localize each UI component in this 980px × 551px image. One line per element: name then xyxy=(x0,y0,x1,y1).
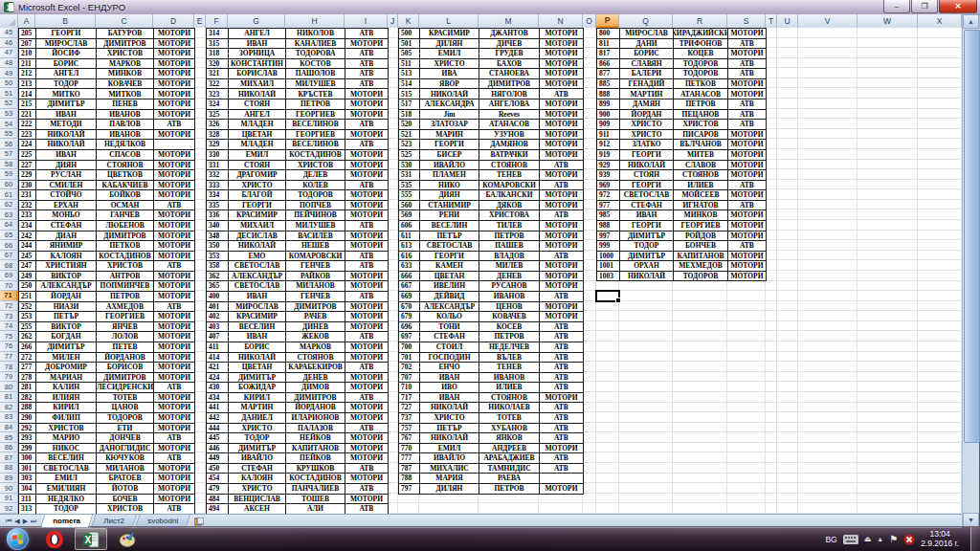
cell-A62[interactable]: 232 xyxy=(19,201,36,211)
col-header-J[interactable]: J xyxy=(388,14,398,28)
cell-A56[interactable]: 224 xyxy=(19,140,36,150)
cell-F74[interactable]: 403 xyxy=(207,322,229,333)
cell-F66[interactable]: 350 xyxy=(207,241,229,252)
cell-L77[interactable]: ГОСПОДИН xyxy=(420,353,479,364)
cell-P66[interactable]: 999 xyxy=(597,241,620,252)
cell-F60[interactable]: 333 xyxy=(207,181,229,191)
row-header-89[interactable]: 89 xyxy=(0,474,18,484)
cell-L57[interactable]: БИСЕР xyxy=(420,150,479,161)
cell-P59[interactable]: 939 xyxy=(597,170,620,181)
cell-P51[interactable]: 888 xyxy=(597,89,620,99)
cell-G64[interactable]: МИХАИЛ xyxy=(229,221,286,231)
cell-G84[interactable]: ХРИСТО xyxy=(229,424,286,434)
cell-G60[interactable]: ХРИСТО xyxy=(229,181,286,191)
cell-M80[interactable]: ИЛИЕВ xyxy=(479,383,540,393)
cell-C80[interactable]: ЛЕСИДРЕНСКИ xyxy=(97,383,154,393)
cell-H74[interactable]: ДИНЕВ xyxy=(286,322,345,333)
cell-C60[interactable]: КАБАКЧИЕВ xyxy=(97,181,154,191)
row-header-73[interactable]: 73 xyxy=(0,311,18,321)
cell-I87[interactable]: МОТОРИ xyxy=(345,453,389,464)
cell-B65[interactable]: ДИАН xyxy=(36,231,97,242)
cell-Q63[interactable]: ИВАН xyxy=(620,210,674,221)
cell-B48[interactable]: БОРИС xyxy=(36,59,97,70)
cell-H61[interactable]: ТОДОРОВ xyxy=(286,190,345,201)
cell-P45[interactable]: 800 xyxy=(597,29,620,39)
cell-H60[interactable]: КОЛЕВ xyxy=(286,181,345,191)
cell-L45[interactable]: КРАСИМИР xyxy=(420,29,479,39)
cell-S47[interactable]: МОТОРИ xyxy=(728,49,767,59)
cell-S62[interactable]: АТВ xyxy=(728,201,767,211)
cell-C59[interactable]: ЦВЕТКОВ xyxy=(97,170,154,181)
cell-Q48[interactable]: СЛАВЯН xyxy=(620,59,674,70)
cell-R45[interactable]: КИРАДЖИЙСКИ xyxy=(674,29,728,39)
row-header-46[interactable]: 46 xyxy=(0,38,18,49)
row-header-70[interactable]: 70 xyxy=(0,281,18,292)
cell-F51[interactable]: 323 xyxy=(207,89,229,99)
cell-I82[interactable]: МОТОРИ xyxy=(345,403,389,413)
cell-I50[interactable]: АТВ xyxy=(345,79,389,90)
row-header-74[interactable]: 74 xyxy=(0,321,18,332)
cell-M73[interactable]: КОВАЧЕВ xyxy=(479,312,540,322)
cell-M81[interactable]: СТОЯНОВ xyxy=(479,393,540,404)
cell-F89[interactable]: 454 xyxy=(207,474,229,484)
cell-C64[interactable]: ЛЮБЕНОВ xyxy=(97,221,154,231)
cell-A63[interactable]: 233 xyxy=(19,210,36,221)
row-header-56[interactable]: 56 xyxy=(0,139,18,149)
cell-G63[interactable]: КРАСИМИР xyxy=(229,210,286,221)
cell-S59[interactable]: МОТОРИ xyxy=(728,170,767,181)
cell-M70[interactable]: РУСАНОВ xyxy=(479,281,540,292)
row-header-91[interactable]: 91 xyxy=(0,494,18,504)
row-header-48[interactable]: 48 xyxy=(0,58,18,69)
cell-D63[interactable]: МОТОРИ xyxy=(154,210,195,221)
cell-N54[interactable]: МОТОРИ xyxy=(540,120,584,130)
cell-H66[interactable]: НЕШЕВ xyxy=(286,241,345,252)
cell-G83[interactable]: ДАНИЕЛ xyxy=(229,413,286,424)
cell-C66[interactable]: ПЕТКОВ xyxy=(97,241,154,252)
cell-G88[interactable]: СТЕФАН xyxy=(229,464,286,474)
cell-K49[interactable]: 513 xyxy=(399,69,420,79)
cell-D51[interactable]: МОТОРИ xyxy=(154,89,195,99)
cell-I45[interactable]: АТВ xyxy=(345,29,389,39)
cell-L83[interactable]: ХРИСТО xyxy=(420,413,479,424)
cell-F59[interactable]: 332 xyxy=(207,170,229,181)
cell-K77[interactable]: 701 xyxy=(399,353,420,364)
cell-B64[interactable]: СТЕФАН xyxy=(36,221,97,231)
cell-D49[interactable]: МОТОРИ xyxy=(154,69,195,79)
cell-L58[interactable]: ИВАЙЛО xyxy=(420,161,479,171)
cell-D67[interactable]: МОТОРИ xyxy=(154,252,195,262)
cell-G90[interactable]: ХРИСТО xyxy=(229,484,286,495)
cell-M82[interactable]: НИКОЛАЕВ xyxy=(479,403,540,413)
cell-S65[interactable]: МОТОРИ xyxy=(728,231,767,242)
scroll-down-arrow[interactable]: ▼ xyxy=(963,513,979,527)
cell-H50[interactable]: МИЛУШЕВ xyxy=(286,79,345,90)
cell-L86[interactable]: ЕМИЛ xyxy=(420,444,479,454)
cell-K76[interactable]: 700 xyxy=(399,342,420,353)
eject-device-icon[interactable]: ⏏ xyxy=(864,535,872,543)
row-header-53[interactable]: 53 xyxy=(0,109,18,120)
cell-D69[interactable]: МОТОРИ xyxy=(154,272,195,282)
cell-I67[interactable]: АТВ xyxy=(345,252,389,262)
cell-P67[interactable]: 1000 xyxy=(597,252,620,262)
cell-R68[interactable]: МЕХМЕДОВ xyxy=(674,261,728,272)
cell-A61[interactable]: 231 xyxy=(19,190,36,201)
cell-D56[interactable] xyxy=(154,140,195,150)
cell-N55[interactable]: МОТОРИ xyxy=(540,130,584,141)
cell-F81[interactable]: 434 xyxy=(207,393,229,404)
cell-M72[interactable]: ЦЕНОВ xyxy=(479,302,540,313)
cell-C65[interactable]: ДИМИТРОВ xyxy=(97,231,154,242)
cell-G62[interactable]: ГЕОРГИ xyxy=(229,201,286,211)
cell-L59[interactable]: ПЛАМЕН xyxy=(420,170,479,181)
row-header-60[interactable]: 60 xyxy=(0,180,18,190)
row-header-59[interactable]: 59 xyxy=(0,169,18,180)
cell-M88[interactable]: ТАМНИДИС xyxy=(479,464,540,474)
cell-S58[interactable]: МОТОРИ xyxy=(728,161,767,171)
cell-D88[interactable]: МОТОРИ xyxy=(154,464,195,474)
cell-Q46[interactable]: ДАНИ xyxy=(620,39,674,50)
cell-N57[interactable]: МОТОРИ xyxy=(540,150,584,161)
cell-N65[interactable]: МОТОРИ xyxy=(540,231,584,242)
cell-C63[interactable]: ГАНЧЕВ xyxy=(97,210,154,221)
cell-L78[interactable]: ЕНЧО xyxy=(420,363,479,373)
cell-I59[interactable]: МОТОРИ xyxy=(345,170,389,181)
cell-A78[interactable]: 277 xyxy=(19,363,36,373)
cell-P69[interactable]: 1003 xyxy=(597,272,620,282)
